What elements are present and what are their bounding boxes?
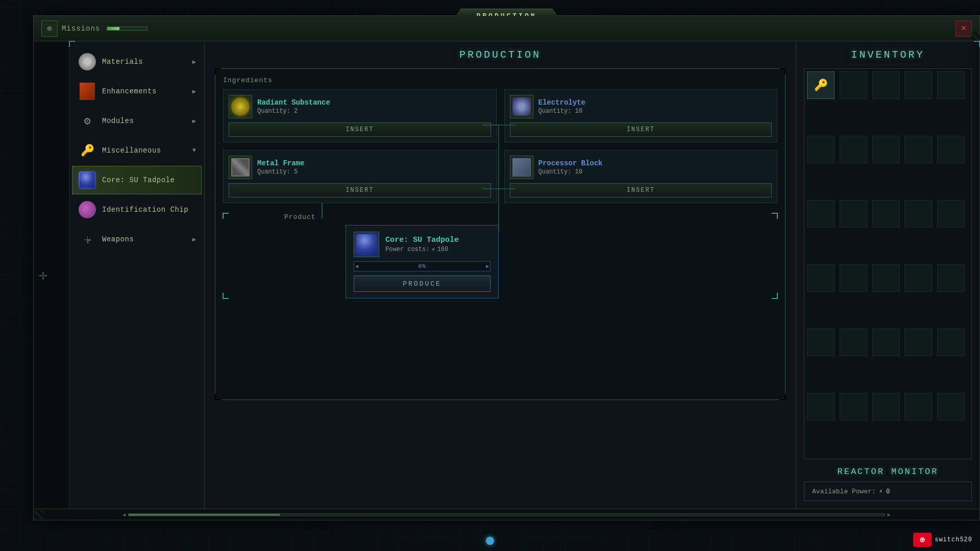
missions-label: Missions xyxy=(62,24,100,33)
ingredient-processor: Processor Block Quantity: 10 Insert xyxy=(504,150,778,203)
radiant-qty: Quantity: 2 xyxy=(257,108,491,115)
inv-slot-20[interactable] xyxy=(937,264,965,292)
inv-slot-23[interactable] xyxy=(872,329,900,356)
key-icon: 🔑 xyxy=(814,79,828,92)
cross-icon: ✛ xyxy=(39,266,47,284)
metalframe-insert-button[interactable]: Insert xyxy=(229,183,491,197)
weapons-arrow-icon: ▶ xyxy=(192,236,196,243)
modules-icon: ⚙ xyxy=(78,111,97,131)
radiant-insert-button[interactable]: Insert xyxy=(229,122,491,137)
missions-icon: ⊕ xyxy=(41,20,58,37)
inv-slot-3[interactable] xyxy=(872,71,900,99)
sidebar-item-label-materials: Materials xyxy=(102,58,192,66)
inv-slot-30[interactable] xyxy=(937,393,965,420)
reactor-corner-tr xyxy=(974,41,980,47)
enhancements-icon xyxy=(78,82,97,101)
sidebar-item-weapons[interactable]: ⚔ Weapons ▶ xyxy=(72,225,202,254)
right-panel: INVENTORY 🔑 xyxy=(796,41,979,509)
chip-icon xyxy=(78,200,97,219)
core-icon xyxy=(78,170,97,190)
inv-slot-5[interactable] xyxy=(937,71,965,99)
inv-slot-27[interactable] xyxy=(840,393,867,420)
sidebar-item-modules[interactable]: ⚙ Modules ▶ xyxy=(72,107,202,135)
ingredients-grid: Radiant Substance Quantity: 2 Insert xyxy=(223,89,777,203)
corner-bl xyxy=(215,394,221,400)
inv-slot-8[interactable] xyxy=(872,136,900,163)
sidebar-item-enhancements[interactable]: Enhancements ▶ xyxy=(72,77,202,106)
radiant-icon xyxy=(231,97,250,116)
ingredient-metalframe: Metal Frame Quantity: 5 Insert xyxy=(223,150,497,203)
electrolyte-insert-button[interactable]: Insert xyxy=(510,122,772,137)
top-bar: ⊕ Missions × xyxy=(34,16,979,41)
hatch-corner-tr xyxy=(971,32,980,41)
inv-slot-11[interactable] xyxy=(807,200,835,228)
inv-slot-9[interactable] xyxy=(904,136,932,163)
inv-slot-18[interactable] xyxy=(872,264,900,292)
inv-slot-21[interactable] xyxy=(807,329,835,356)
inv-slot-7[interactable] xyxy=(840,136,867,163)
product-section: Product xyxy=(223,213,777,298)
missions-progress xyxy=(107,27,148,31)
reactor-section: REACTOR MONITOR Available Power: ⚡ 0 xyxy=(804,459,972,501)
inv-slot-28[interactable] xyxy=(872,393,900,420)
product-thumb xyxy=(354,232,379,257)
inv-slot-13[interactable] xyxy=(872,200,900,228)
electrolyte-name: Electrolyte xyxy=(538,98,772,107)
sidebar-item-miscellaneous[interactable]: 🔑 Miscellaneous ▼ xyxy=(72,136,202,165)
ingredient-electrolyte-header: Electrolyte Quantity: 10 xyxy=(510,95,772,118)
inv-slot-4[interactable] xyxy=(904,71,932,99)
sidebar-item-materials[interactable]: Materials ▶ xyxy=(72,47,202,76)
inv-slot-16[interactable] xyxy=(807,264,835,292)
reactor-power-icon: ⚡ xyxy=(879,487,883,495)
electrolyte-thumb xyxy=(510,95,533,118)
sidebar: Materials ▶ Enhancements ▶ ⚙ Modules ▶ xyxy=(69,41,205,509)
missions-progress-fill xyxy=(107,27,119,30)
ingredient-radiant: Radiant Substance Quantity: 2 Insert xyxy=(223,89,497,142)
inv-slot-12[interactable] xyxy=(840,200,867,228)
product-corner-tr xyxy=(772,213,778,219)
processor-qty: Quantity: 10 xyxy=(538,168,772,176)
inv-slot-6[interactable] xyxy=(807,136,835,163)
inv-slot-17[interactable] xyxy=(840,264,867,292)
inventory-title: INVENTORY xyxy=(804,49,972,61)
content-area: Materials ▶ Enhancements ▶ ⚙ Modules ▶ xyxy=(69,41,979,509)
inv-slot-19[interactable] xyxy=(904,264,932,292)
sidebar-item-core[interactable]: Core: SU Tadpole xyxy=(72,166,202,194)
reactor-corner-tl xyxy=(69,41,75,47)
bottom-scrollbar[interactable] xyxy=(128,513,885,516)
progress-arrow-right-icon: ▶ xyxy=(486,263,489,269)
power-cost-value: 160 xyxy=(437,246,449,253)
sidebar-item-chip[interactable]: Identification Chip xyxy=(72,195,202,224)
inv-slot-14[interactable] xyxy=(904,200,932,228)
close-button[interactable]: × xyxy=(955,20,972,37)
inv-slot-15[interactable] xyxy=(937,200,965,228)
inv-slot-key[interactable]: 🔑 xyxy=(807,71,835,99)
product-info: Core: SU Tadpole Power costs: ⚡ 160 xyxy=(385,236,459,254)
processor-name: Processor Block xyxy=(538,159,772,167)
inv-slot-22[interactable] xyxy=(840,329,867,356)
inv-slot-2[interactable] xyxy=(840,71,867,99)
nintendo-icon: ⊕ xyxy=(913,533,932,547)
weapons-icon: ⚔ xyxy=(78,230,97,249)
product-label: Product xyxy=(284,213,777,221)
ingredient-radiant-header: Radiant Substance Quantity: 2 xyxy=(229,95,491,118)
inv-slot-26[interactable] xyxy=(807,393,835,420)
produce-progress-bar: ◀ 0% ▶ xyxy=(354,261,491,271)
ingredient-electrolyte-info: Electrolyte Quantity: 10 xyxy=(538,98,772,115)
reactor-border: Available Power: ⚡ 0 xyxy=(804,482,972,501)
processor-icon xyxy=(512,158,531,177)
processor-insert-button[interactable]: Insert xyxy=(510,183,772,197)
inv-slot-24[interactable] xyxy=(904,329,932,356)
reactor-title: REACTOR MONITOR xyxy=(804,467,972,477)
main-window: PRODUCTION ⊕ Missions × ✛ Materials ▶ xyxy=(33,15,980,520)
inv-slot-10[interactable] xyxy=(937,136,965,163)
sidebar-item-label-chip: Identification Chip xyxy=(102,206,196,214)
produce-button[interactable]: Produce xyxy=(354,276,491,292)
inv-slot-25[interactable] xyxy=(937,329,965,356)
bottom-scroll-thumb xyxy=(129,514,280,516)
product-corner-br xyxy=(772,293,778,299)
product-card: Core: SU Tadpole Power costs: ⚡ 160 xyxy=(346,225,499,298)
metalframe-icon xyxy=(231,158,250,177)
progress-text: 0% xyxy=(418,263,426,269)
inv-slot-29[interactable] xyxy=(904,393,932,420)
